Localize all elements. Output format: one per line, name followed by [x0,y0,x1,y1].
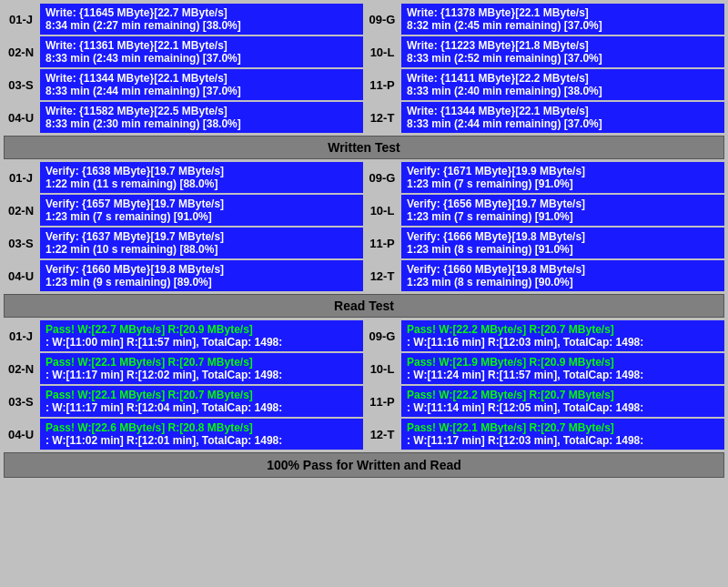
right-data-cell: Verify: {1671 MByte}[19.9 MByte/s]1:23 m… [401,162,724,193]
left-data-cell: Write: {11361 MByte}[22.1 MByte/s]8:33 m… [40,36,363,67]
data-row: 02-NPass! W:[22.1 MByte/s] R:[20.7 MByte… [4,353,724,384]
device-label-right: 09-G [365,320,399,351]
data-row: 04-UWrite: {11582 MByte}[22.5 MByte/s]8:… [4,102,724,133]
read-section: 01-JPass! W:[22.7 MByte/s] R:[20.9 MByte… [4,320,724,450]
left-data-cell: Pass! W:[22.7 MByte/s] R:[20.9 MByte/s]:… [40,320,363,351]
right-data-cell: Verify: {1656 MByte}[19.7 MByte/s]1:23 m… [401,195,724,226]
right-data-cell: Verify: {1660 MByte}[19.8 MByte/s]1:23 m… [401,260,724,291]
device-label-right: 12-T [365,419,399,450]
right-data-cell: Pass! W:[22.2 MByte/s] R:[20.7 MByte/s]:… [401,320,724,351]
device-label-right: 09-G [365,162,399,193]
data-row: 01-JVerify: {1638 MByte}[19.7 MByte/s]1:… [4,162,724,193]
left-data-cell: Verify: {1660 MByte}[19.8 MByte/s]1:23 m… [40,260,363,291]
device-label-left: 02-N [4,353,38,384]
data-row: 02-NWrite: {11361 MByte}[22.1 MByte/s]8:… [4,36,724,67]
device-label-left: 01-J [4,162,38,193]
data-row: 03-SPass! W:[22.1 MByte/s] R:[20.7 MByte… [4,386,724,417]
read-rows: 01-JPass! W:[22.7 MByte/s] R:[20.9 MByte… [4,320,724,450]
right-data-cell: Write: {11223 MByte}[21.8 MByte/s]8:33 m… [401,36,724,67]
right-data-cell: Write: {11344 MByte}[22.1 MByte/s]8:33 m… [401,102,724,133]
device-label-left: 02-N [4,36,38,67]
right-data-cell: Pass! W:[21.9 MByte/s] R:[20.9 MByte/s]:… [401,353,724,384]
device-label-left: 03-S [4,69,38,100]
right-data-cell: Verify: {1666 MByte}[19.8 MByte/s]1:23 m… [401,228,724,258]
data-row: 04-UPass! W:[22.6 MByte/s] R:[20.8 MByte… [4,419,724,450]
verify-rows: 01-JVerify: {1638 MByte}[19.7 MByte/s]1:… [4,162,724,291]
device-label-left: 03-S [4,228,38,258]
data-row: 02-NVerify: {1657 MByte}[19.7 MByte/s]1:… [4,195,724,226]
left-data-cell: Pass! W:[22.1 MByte/s] R:[20.7 MByte/s]:… [40,353,363,384]
data-row: 03-SVerify: {1637 MByte}[19.7 MByte/s]1:… [4,228,724,258]
device-label-right: 12-T [365,102,399,133]
left-data-cell: Write: {11344 MByte}[22.1 MByte/s]8:33 m… [40,69,363,100]
data-row: 01-JWrite: {11645 MByte}[22.7 MByte/s]8:… [4,4,724,35]
right-data-cell: Pass! W:[22.1 MByte/s] R:[20.7 MByte/s]:… [401,419,724,450]
left-data-cell: Write: {11645 MByte}[22.7 MByte/s]8:34 m… [40,4,363,35]
read-test-header: Read Test [4,294,724,318]
verify-section: 01-JVerify: {1638 MByte}[19.7 MByte/s]1:… [4,162,724,318]
written-test-header: Written Test [4,136,724,159]
device-label-left: 04-U [4,102,38,133]
device-label-right: 11-P [365,69,399,100]
main-container: 01-JWrite: {11645 MByte}[22.7 MByte/s]8:… [0,0,728,481]
left-data-cell: Verify: {1637 MByte}[19.7 MByte/s]1:22 m… [40,228,363,258]
device-label-right: 10-L [365,195,399,226]
device-label-right: 10-L [365,36,399,67]
device-label-left: 04-U [4,419,38,450]
right-data-cell: Pass! W:[22.2 MByte/s] R:[20.7 MByte/s]:… [401,386,724,417]
data-row: 01-JPass! W:[22.7 MByte/s] R:[20.9 MByte… [4,320,724,351]
device-label-left: 01-J [4,320,38,351]
device-label-left: 04-U [4,260,38,291]
device-label-left: 01-J [4,4,38,35]
device-label-right: 11-P [365,386,399,417]
device-label-right: 12-T [365,260,399,291]
write-rows: 01-JWrite: {11645 MByte}[22.7 MByte/s]8:… [4,4,724,133]
left-data-cell: Verify: {1638 MByte}[19.7 MByte/s]1:22 m… [40,162,363,193]
footer-bar: 100% Pass for Written and Read [4,452,724,478]
left-data-cell: Pass! W:[22.1 MByte/s] R:[20.7 MByte/s]:… [40,386,363,417]
left-data-cell: Write: {11582 MByte}[22.5 MByte/s]8:33 m… [40,102,363,133]
left-data-cell: Pass! W:[22.6 MByte/s] R:[20.8 MByte/s]:… [40,419,363,450]
device-label-right: 11-P [365,228,399,258]
data-row: 03-SWrite: {11344 MByte}[22.1 MByte/s]8:… [4,69,724,100]
data-row: 04-UVerify: {1660 MByte}[19.8 MByte/s]1:… [4,260,724,291]
right-data-cell: Write: {11378 MByte}[22.1 MByte/s]8:32 m… [401,4,724,35]
left-data-cell: Verify: {1657 MByte}[19.7 MByte/s]1:23 m… [40,195,363,226]
write-section: 01-JWrite: {11645 MByte}[22.7 MByte/s]8:… [4,4,724,159]
device-label-left: 02-N [4,195,38,226]
device-label-right: 09-G [365,4,399,35]
right-data-cell: Write: {11411 MByte}[22.2 MByte/s]8:33 m… [401,69,724,100]
device-label-left: 03-S [4,386,38,417]
device-label-right: 10-L [365,353,399,384]
